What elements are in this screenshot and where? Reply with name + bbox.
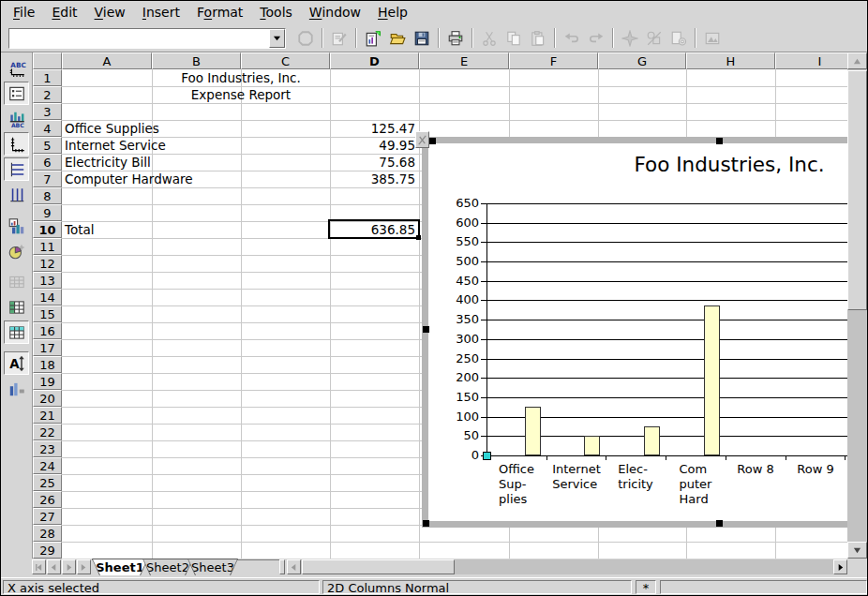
cell-A5[interactable]: Internet Service: [65, 137, 166, 154]
prev-sheet-button[interactable]: [47, 559, 61, 574]
chart-bar-3[interactable]: [704, 305, 720, 455]
row-header-25[interactable]: 25: [33, 474, 62, 491]
x-axis-line[interactable]: [486, 455, 847, 456]
row-header-7[interactable]: 7: [33, 171, 62, 187]
vertical-grid-on-off-icon[interactable]: [4, 183, 29, 206]
cell-B1[interactable]: Foo Industries, Inc.: [152, 69, 330, 86]
object-resize-handle[interactable]: [716, 520, 723, 527]
row-header-15[interactable]: 15: [33, 305, 62, 322]
combo-dropdown-button[interactable]: [269, 29, 285, 48]
cell-B2[interactable]: Expense Report: [152, 86, 330, 103]
chart-bar-2[interactable]: [644, 426, 660, 455]
row-header-29[interactable]: 29: [33, 542, 62, 559]
row-header-11[interactable]: 11: [33, 238, 62, 255]
new-document-icon[interactable]: [362, 27, 384, 50]
row-header-18[interactable]: 18: [33, 356, 62, 373]
vertical-scrollbar[interactable]: [847, 52, 867, 559]
row-header-1[interactable]: 1: [33, 69, 62, 86]
row-header-2[interactable]: 2: [33, 86, 62, 103]
row-header-14[interactable]: 14: [33, 289, 62, 305]
row-header-8[interactable]: 8: [33, 187, 62, 204]
scale-text-icon[interactable]: A: [4, 351, 29, 375]
row-header-13[interactable]: 13: [33, 272, 62, 289]
column-header-B[interactable]: B: [152, 52, 241, 69]
row-header-10[interactable]: 10: [33, 221, 62, 238]
first-sheet-button[interactable]: [32, 559, 46, 574]
chart-bar-1[interactable]: [584, 436, 600, 455]
menu-tools[interactable]: Tools: [251, 3, 301, 22]
autoformat-chart-icon[interactable]: [4, 239, 29, 262]
horizontal-grid-on-off-icon[interactable]: [4, 157, 29, 181]
titles-on-off-icon[interactable]: ABC: [4, 56, 29, 80]
row-header-28[interactable]: 28: [33, 525, 62, 542]
row-header-12[interactable]: 12: [33, 255, 62, 272]
vertical-scroll-thumb[interactable]: [847, 70, 867, 310]
row-header-20[interactable]: 20: [33, 390, 62, 407]
load-url-input[interactable]: [9, 29, 269, 48]
legend-on-off-icon[interactable]: [4, 82, 29, 105]
cell-D4[interactable]: 125.47: [330, 120, 419, 137]
column-header-D[interactable]: D: [330, 52, 419, 69]
cell-A7[interactable]: Computer Hardware: [65, 171, 193, 187]
chart-canvas[interactable]: Foo Industries, Inc.05010015020025030035…: [422, 137, 847, 528]
scroll-right-button[interactable]: [833, 559, 847, 574]
load-url-combobox[interactable]: [8, 28, 286, 49]
scroll-left-button[interactable]: [287, 559, 301, 574]
column-header-F[interactable]: F: [509, 52, 598, 69]
object-resize-handle[interactable]: [429, 138, 436, 144]
open-icon[interactable]: [386, 27, 409, 50]
menu-file[interactable]: File: [5, 3, 43, 22]
scroll-down-button[interactable]: [847, 542, 867, 559]
x-axis-selection-handle[interactable]: [483, 452, 491, 460]
cell-A4[interactable]: Office Supplies: [65, 120, 159, 137]
sheet-tab-sheet1[interactable]: Sheet1: [92, 559, 148, 575]
row-header-3[interactable]: 3: [33, 103, 62, 120]
cell-D6[interactable]: 75.68: [330, 154, 419, 171]
sheet-tab-sheet2[interactable]: Sheet2: [142, 559, 193, 575]
menu-help[interactable]: Help: [369, 3, 416, 22]
row-header-24[interactable]: 24: [33, 457, 62, 474]
next-sheet-button[interactable]: [62, 559, 76, 574]
row-header-6[interactable]: 6: [33, 154, 62, 171]
horizontal-scrollbar[interactable]: [287, 559, 847, 574]
menu-insert[interactable]: Insert: [134, 3, 188, 22]
column-header-E[interactable]: E: [419, 52, 509, 69]
fill-handle[interactable]: [416, 235, 421, 240]
last-sheet-button[interactable]: [77, 559, 91, 574]
data-in-columns-icon[interactable]: [4, 320, 29, 344]
row-header-23[interactable]: 23: [33, 440, 62, 457]
print-icon[interactable]: [444, 27, 467, 50]
row-header-27[interactable]: 27: [33, 508, 62, 525]
tab-splitter[interactable]: [279, 559, 285, 574]
axes-titles-on-off-icon[interactable]: ABC: [4, 107, 29, 130]
menu-edit[interactable]: Edit: [43, 3, 85, 22]
row-header-22[interactable]: 22: [33, 424, 62, 440]
save-icon[interactable]: [411, 27, 433, 50]
select-all-corner[interactable]: [33, 52, 62, 69]
column-header-C[interactable]: C: [241, 52, 330, 69]
sheet-tab-sheet3[interactable]: Sheet3: [187, 559, 238, 575]
object-resize-handle[interactable]: [716, 138, 723, 144]
axes-on-off-icon[interactable]: [4, 132, 29, 156]
data-in-rows-icon[interactable]: [4, 295, 29, 319]
object-resize-handle[interactable]: [423, 520, 429, 527]
y-axis-line[interactable]: [486, 203, 487, 456]
cell-A10[interactable]: Total: [65, 221, 95, 238]
chart-title[interactable]: Foo Industries, Inc.: [560, 153, 847, 176]
column-header-A[interactable]: A: [62, 52, 152, 69]
menu-window[interactable]: Window: [301, 3, 369, 22]
column-header-G[interactable]: G: [598, 52, 686, 69]
cell-cursor[interactable]: [328, 219, 420, 239]
cell-D5[interactable]: 49.95: [330, 137, 419, 154]
chart-bar-0[interactable]: [525, 407, 541, 455]
cell-D7[interactable]: 385.75: [330, 171, 419, 187]
cell-A6[interactable]: Electricity Bill: [65, 154, 151, 171]
row-header-19[interactable]: 19: [33, 373, 62, 390]
row-header-5[interactable]: 5: [33, 137, 62, 154]
reorganize-chart-icon[interactable]: [4, 377, 29, 400]
chart-object[interactable]: Foo Industries, Inc.05010015020025030035…: [422, 137, 847, 528]
scroll-up-button[interactable]: [847, 52, 867, 69]
row-header-4[interactable]: 4: [33, 120, 62, 137]
menu-format[interactable]: Format: [188, 3, 251, 22]
row-header-17[interactable]: 17: [33, 339, 62, 356]
